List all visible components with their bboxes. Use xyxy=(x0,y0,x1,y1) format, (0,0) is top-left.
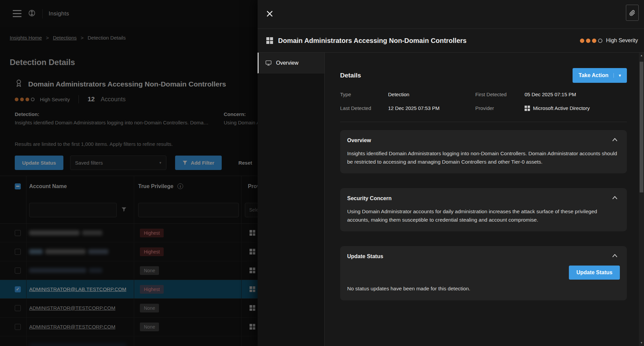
field-label-first-detected: First Detected xyxy=(475,92,525,97)
collapse-button[interactable] xyxy=(611,194,619,202)
card-body: No status updates have been made for thi… xyxy=(347,284,620,293)
collapse-button[interactable] xyxy=(611,252,619,260)
take-action-button[interactable]: Take Action ▾ xyxy=(573,68,627,83)
chevron-up-icon xyxy=(612,137,618,141)
close-icon xyxy=(266,10,273,17)
close-button[interactable] xyxy=(266,10,273,18)
card-title: Security Concern xyxy=(347,195,620,201)
details-heading: Details xyxy=(340,72,361,79)
chevron-up-icon xyxy=(612,195,618,199)
monitor-icon xyxy=(265,60,272,66)
card-title: Overview xyxy=(347,137,620,143)
panel-top-strip xyxy=(258,0,644,29)
tab-overview-label: Overview xyxy=(276,60,299,66)
field-value-type: Detection xyxy=(388,92,475,97)
card-body: Using Domain Administrator accounts for … xyxy=(347,207,620,224)
attach-button[interactable] xyxy=(626,5,639,21)
panel-content: Details Take Action ▾ Type Detection Fir… xyxy=(325,53,644,346)
severity-label: High Severity xyxy=(606,38,638,44)
update-status-card: Update Status Update Status No status up… xyxy=(340,246,627,300)
card-title: Update Status xyxy=(347,253,620,260)
scroll-down-icon[interactable]: ▼ xyxy=(639,341,644,345)
paperclip-icon xyxy=(629,9,636,16)
chevron-up-icon xyxy=(612,253,618,257)
card-body: Insights identified Domain Administrator… xyxy=(347,149,620,166)
scroll-up-icon[interactable]: ▲ xyxy=(639,53,644,58)
field-label-type: Type xyxy=(340,92,388,97)
scrollbar-thumb[interactable] xyxy=(640,62,643,192)
panel-scrollbar[interactable]: ▲ ▼ xyxy=(639,53,644,346)
tab-overview[interactable]: Overview xyxy=(258,53,324,73)
severity-indicator xyxy=(580,39,602,43)
windows-icon xyxy=(525,106,530,111)
details-fields: Type Detection First Detected 05 Dec 202… xyxy=(340,92,627,111)
field-value-first-detected: 05 Dec 2025 07:15 PM xyxy=(525,92,627,97)
section-divider xyxy=(340,122,627,122)
overview-card: Overview Insights identified Domain Admi… xyxy=(340,130,627,173)
panel-tab-column: Overview xyxy=(258,53,325,346)
windows-icon xyxy=(266,37,273,44)
collapse-button[interactable] xyxy=(611,136,619,144)
field-label-last-detected: Last Detected xyxy=(340,105,388,111)
field-label-provider: Provider xyxy=(475,105,525,111)
field-value-provider: Microsoft Active Directory xyxy=(525,105,627,111)
chevron-down-icon: ▾ xyxy=(613,73,621,78)
field-value-last-detected: 12 Dec 2025 07:53 PM xyxy=(388,105,475,111)
update-status-button[interactable]: Update Status xyxy=(569,266,620,280)
detection-detail-panel: Domain Administrators Accessing Non-Doma… xyxy=(258,0,644,346)
panel-title: Domain Administrators Accessing Non-Doma… xyxy=(278,37,467,45)
take-action-label: Take Action xyxy=(579,72,608,78)
panel-header: Domain Administrators Accessing Non-Doma… xyxy=(258,29,644,53)
security-concern-card: Security Concern Using Domain Administra… xyxy=(340,188,627,231)
